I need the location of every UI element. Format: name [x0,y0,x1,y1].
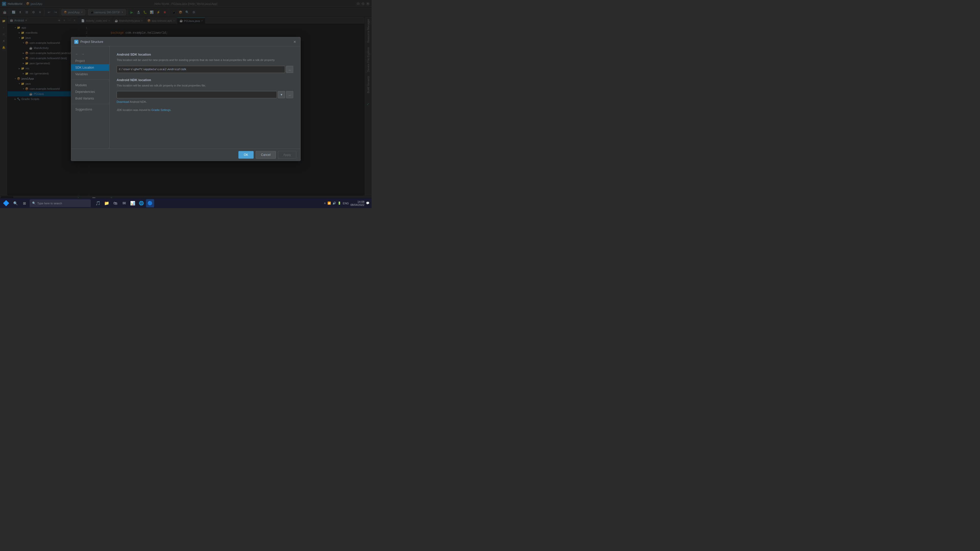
taskbar-apps: 🎵 📁 🛍 ✉ 📊 🌐 🔵 [94,199,154,207]
android-ndk-desc: This location will be saved as ndk.dir p… [117,83,293,88]
dialog-body: ← → Project SDK Location Variables Modul… [71,46,301,148]
sdk-browse-button[interactable]: ... [286,66,293,73]
taskbar-search-btn[interactable]: 🔍 [11,199,19,207]
dialog-title: Project Structure [80,40,103,44]
taskbar-search[interactable]: 🔍 Type here to search [30,200,91,207]
tray-eng[interactable]: ENG [343,202,349,205]
taskbar-app-outlook[interactable]: 📊 [129,199,137,207]
dialog-close-button[interactable]: ✕ [292,39,298,44]
dialog-forward-button[interactable]: → [80,52,86,57]
dialog-nav-sdk-location[interactable]: SDK Location [71,64,109,71]
download-ndk-link[interactable]: Download [117,100,129,103]
dialog-nav-suggestions[interactable]: Suggestions [71,106,109,113]
dialog-nav-arrows: ← → [71,49,109,58]
cancel-button[interactable]: Cancel [256,151,276,159]
dialog-icon: A [74,40,78,44]
ndk-path-row: ▼ ... [117,91,293,98]
windows-logo [3,200,9,206]
notification-center[interactable]: 💬 [366,202,369,205]
system-tray: ∧ 📶 🔊 🔋 ENG 14:08 08/04/2022 💬 [324,200,369,206]
taskbar-app-chrome[interactable]: 🌐 [137,199,145,207]
tray-battery[interactable]: 🔋 [338,202,341,205]
taskbar-app-mail[interactable]: ✉ [120,199,128,207]
start-button[interactable] [2,199,10,207]
taskbar-task-view[interactable]: ⊞ [21,199,29,207]
taskbar-app-edge[interactable]: 🔵 [146,199,154,207]
gradle-settings-link[interactable]: Gradle Settings [151,108,171,111]
android-sdk-title: Android SDK location [117,52,293,56]
ok-button[interactable]: OK [239,151,253,159]
dialog-nav-variables[interactable]: Variables [71,71,109,78]
project-structure-dialog: A Project Structure ✕ ← → Project SDK Lo… [71,37,301,161]
dialog-nav-modules[interactable]: Modules [71,82,109,89]
taskbar: 🔍 ⊞ 🔍 Type here to search 🎵 📁 🛍 ✉ 📊 🌐 🔵 … [0,198,372,208]
dialog-nav-build-variants[interactable]: Build Variants [71,95,109,102]
ndk-path-input[interactable] [117,91,277,98]
android-ndk-title: Android NDK location [117,78,293,82]
dialog-back-button[interactable]: ← [74,52,80,57]
tray-wifi[interactable]: 📶 [328,202,331,205]
taskbar-app-store[interactable]: 🛍 [111,199,119,207]
dialog-nav-project[interactable]: Project [71,58,109,64]
system-clock[interactable]: 14:08 08/04/2022 [350,200,364,206]
modal-overlay: A Project Structure ✕ ← → Project SDK Lo… [0,0,372,198]
android-sdk-desc: This location will be used for new proje… [117,58,293,62]
sdk-path-row: ... [117,66,293,73]
jdk-note: JDK location was moved to Gradle Setting… [117,108,293,111]
tray-volume[interactable]: 🔊 [332,202,336,205]
dialog-titlebar: A Project Structure ✕ [71,37,301,46]
ndk-browse-button[interactable]: ... [286,91,293,98]
search-placeholder: Type here to search [37,202,62,205]
dialog-nav-dependencies[interactable]: Dependencies [71,89,109,95]
sdk-path-input[interactable] [117,66,285,73]
dialog-footer: OK Cancel Apply [71,148,301,161]
apply-button[interactable]: Apply [278,151,296,159]
search-icon: 🔍 [32,202,36,205]
dialog-nav: ← → Project SDK Location Variables Modul… [71,46,110,148]
ndk-version-dropdown[interactable]: ▼ [278,91,285,98]
tray-up-arrow[interactable]: ∧ [324,202,326,205]
taskbar-app-spotify[interactable]: 🎵 [94,199,102,207]
taskbar-app-explorer[interactable]: 📁 [103,199,111,207]
ndk-download-text: Download Android NDK. [117,100,293,103]
dialog-content: Android SDK location This location will … [110,46,301,148]
